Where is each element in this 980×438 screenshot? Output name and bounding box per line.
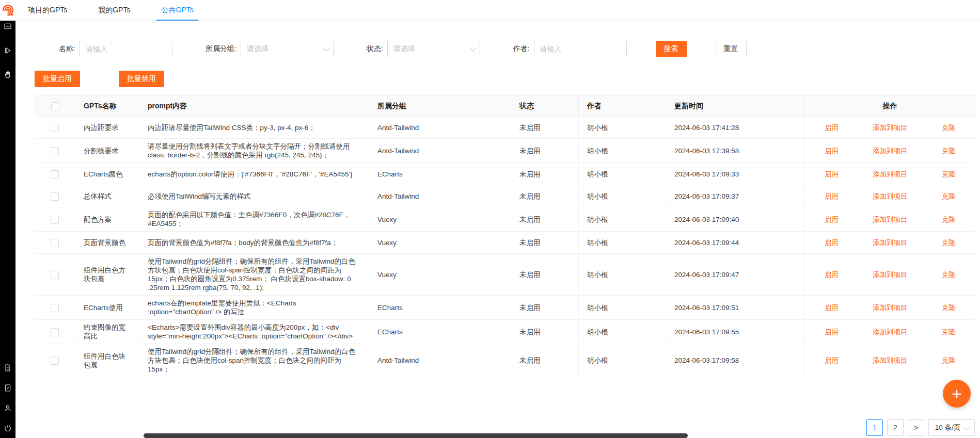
table-row: 分割线要求请尽量使用分割线将列表文字或者分块文字分隔开；分割线请使用class:… xyxy=(35,139,975,163)
row-checkbox[interactable] xyxy=(51,304,59,312)
page-size-select[interactable]: 10 条/页 xyxy=(928,419,975,436)
clone-link[interactable]: 克隆 xyxy=(942,328,956,336)
power-icon[interactable] xyxy=(4,424,12,432)
row-checkbox[interactable] xyxy=(51,192,59,201)
clone-link[interactable]: 克隆 xyxy=(942,356,956,365)
clone-link[interactable]: 克隆 xyxy=(942,123,956,132)
add-to-project-link[interactable]: 添加到项目 xyxy=(873,270,908,279)
cell-group: Vuexy xyxy=(369,254,511,296)
search-button[interactable]: 搜索 xyxy=(656,41,687,57)
cell-prompt: 必须使用TailWind编写元素的样式 xyxy=(139,185,369,207)
app-logo[interactable] xyxy=(0,0,15,21)
hand-icon[interactable] xyxy=(4,70,12,79)
page-button-1[interactable]: 1 xyxy=(866,419,883,436)
clone-link[interactable]: 克隆 xyxy=(942,270,956,279)
add-button[interactable]: + xyxy=(943,380,971,408)
enable-link[interactable]: 启用 xyxy=(825,147,839,155)
table-header-row: GPTs名称prompt内容所属分组状态作者更新时间操作 xyxy=(35,96,975,117)
cell-updated: 2024-06-03 17:09:37 xyxy=(666,185,805,207)
row-checkbox[interactable] xyxy=(51,124,59,132)
enable-link[interactable]: 启用 xyxy=(825,170,839,179)
row-checkbox-cell xyxy=(35,344,75,377)
clone-link[interactable]: 克隆 xyxy=(942,303,956,312)
author-filter-label: 作者: xyxy=(513,44,530,54)
cell-name: 配色方案 xyxy=(75,207,139,232)
enable-link[interactable]: 启用 xyxy=(825,303,839,312)
group-filter-select[interactable]: 请选择 xyxy=(241,41,334,57)
name-filter-input[interactable] xyxy=(86,45,166,53)
clone-link[interactable]: 克隆 xyxy=(942,192,956,201)
cell-author: 胡小根 xyxy=(579,117,666,139)
column-header: 状态 xyxy=(511,96,579,117)
status-filter-label: 状态: xyxy=(367,44,383,54)
author-filter-field xyxy=(534,41,627,57)
clone-link[interactable]: 克隆 xyxy=(942,170,956,179)
cell-prompt: echarts在的template里需要使用类似：<ECharts :optio… xyxy=(139,296,369,320)
cell-updated: 2024-06-03 17:09:55 xyxy=(666,320,805,344)
cell-status: 未启用 xyxy=(511,117,579,139)
reset-button[interactable]: 重置 xyxy=(716,41,747,57)
row-checkbox-cell xyxy=(35,207,75,232)
cell-status: 未启用 xyxy=(511,163,579,185)
cell-prompt: echarts的option.color请使用：['#7366F0'，'#28C… xyxy=(139,163,369,185)
nav-tab-1[interactable]: 我的GPTs xyxy=(93,0,135,20)
select-all-checkbox[interactable] xyxy=(51,102,59,110)
row-checkbox[interactable] xyxy=(51,216,59,224)
add-to-project-link[interactable]: 添加到项目 xyxy=(873,356,908,365)
cell-actions: 启用添加到项目克隆 xyxy=(805,117,975,139)
next-page-button[interactable]: > xyxy=(908,419,924,436)
cell-author: 胡小根 xyxy=(579,320,666,344)
enable-link[interactable]: 启用 xyxy=(825,328,839,336)
document-icon[interactable] xyxy=(4,363,12,372)
cell-prompt: 请尽量使用分割线将列表文字或者分块文字分隔开；分割线请使用class: bord… xyxy=(139,139,369,163)
page-button-2[interactable]: 2 xyxy=(887,419,904,436)
user-icon[interactable] xyxy=(4,403,12,412)
row-checkbox[interactable] xyxy=(51,328,59,336)
add-to-project-link[interactable]: 添加到项目 xyxy=(873,147,908,155)
add-to-project-link[interactable]: 添加到项目 xyxy=(873,328,908,336)
add-to-project-link[interactable]: 添加到项目 xyxy=(873,192,908,201)
row-checkbox[interactable] xyxy=(51,239,59,247)
clone-link[interactable]: 克隆 xyxy=(942,147,956,155)
nav-tab-2[interactable]: 公共GPTs xyxy=(156,0,198,20)
author-filter-input[interactable] xyxy=(540,45,621,53)
add-to-project-link[interactable]: 添加到项目 xyxy=(873,123,908,132)
table-row: ECharts颜色echarts的option.color请使用：['#7366… xyxy=(35,163,975,185)
horizontal-scrollbar[interactable] xyxy=(144,433,688,438)
cell-name: 组件用白色块包裹 xyxy=(75,344,139,377)
enable-link[interactable]: 启用 xyxy=(825,123,839,132)
add-to-project-link[interactable]: 添加到项目 xyxy=(873,215,908,224)
row-checkbox[interactable] xyxy=(51,271,59,279)
add-to-project-link[interactable]: 添加到项目 xyxy=(873,303,908,312)
add-to-project-link[interactable]: 添加到项目 xyxy=(873,238,908,247)
select-all-checkbox-cell[interactable] xyxy=(35,96,75,117)
name-filter-field xyxy=(80,41,172,57)
status-filter-select[interactable]: 请选择 xyxy=(387,41,480,57)
column-header: prompt内容 xyxy=(139,96,369,117)
column-header: GPTs名称 xyxy=(75,96,139,117)
enable-link[interactable]: 启用 xyxy=(825,215,839,224)
collapse-panel-icon[interactable] xyxy=(4,22,12,30)
cell-updated: 2024-06-03 17:41:28 xyxy=(666,117,805,139)
table-row: 约束图像的宽高比<Echarts>需要设置外围div容器的最小高度为200px，… xyxy=(35,320,975,344)
batch-enable-button[interactable]: 批量启用 xyxy=(35,71,80,87)
audit-icon[interactable] xyxy=(4,383,12,392)
enable-link[interactable]: 启用 xyxy=(825,270,839,279)
row-checkbox[interactable] xyxy=(51,356,59,365)
row-checkbox-cell xyxy=(35,296,75,320)
cell-author: 胡小根 xyxy=(579,296,666,320)
batch-actions: 批量启用 批量禁用 xyxy=(35,71,980,87)
row-checkbox[interactable] xyxy=(51,170,59,179)
cell-updated: 2024-06-03 17:09:33 xyxy=(666,163,805,185)
clone-link[interactable]: 克隆 xyxy=(942,215,956,224)
run-icon[interactable] xyxy=(4,46,12,55)
enable-link[interactable]: 启用 xyxy=(825,356,839,365)
enable-link[interactable]: 启用 xyxy=(825,238,839,247)
nav-tab-0[interactable]: 项目的GPTs xyxy=(23,0,72,20)
cell-name: 总体样式 xyxy=(75,185,139,207)
row-checkbox[interactable] xyxy=(51,147,59,155)
batch-disable-button[interactable]: 批量禁用 xyxy=(119,71,164,87)
add-to-project-link[interactable]: 添加到项目 xyxy=(873,170,908,179)
enable-link[interactable]: 启用 xyxy=(825,192,839,201)
clone-link[interactable]: 克隆 xyxy=(942,238,956,247)
